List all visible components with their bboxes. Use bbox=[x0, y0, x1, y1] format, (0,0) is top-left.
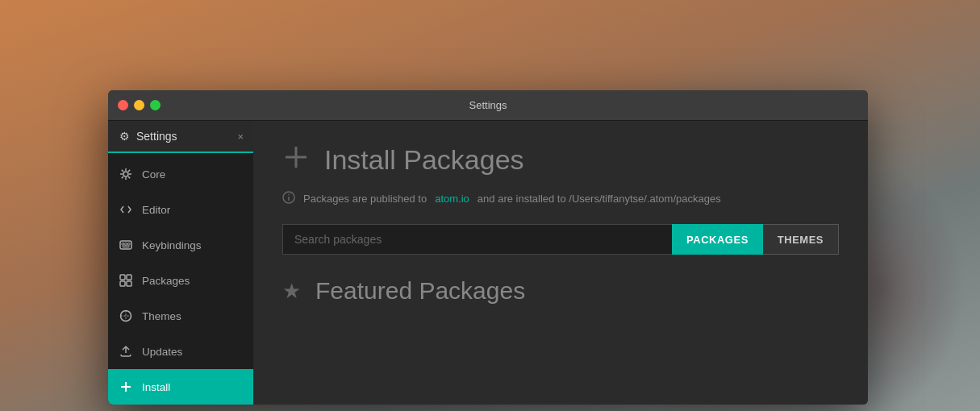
keybindings-icon bbox=[119, 239, 132, 251]
sidebar-item-updates[interactable]: Updates bbox=[108, 334, 253, 369]
svg-rect-17 bbox=[127, 281, 131, 286]
svg-rect-10 bbox=[122, 243, 124, 246]
featured-title: Featured Packages bbox=[315, 277, 525, 305]
featured-title-row: ★ Featured Packages bbox=[282, 277, 839, 305]
svg-line-6 bbox=[128, 176, 130, 178]
core-label: Core bbox=[142, 168, 165, 181]
updates-icon bbox=[119, 345, 132, 358]
sidebar-header-label: Settings bbox=[136, 130, 177, 143]
featured-star-icon: ★ bbox=[282, 279, 301, 304]
svg-line-7 bbox=[128, 170, 130, 172]
info-icon bbox=[282, 191, 295, 206]
minimize-button[interactable] bbox=[134, 100, 144, 110]
editor-label: Editor bbox=[142, 204, 170, 216]
page-title: Install Packages bbox=[324, 144, 524, 176]
sidebar-header: ⚙ Settings × bbox=[108, 121, 253, 153]
svg-rect-11 bbox=[125, 243, 127, 246]
svg-point-25 bbox=[288, 194, 290, 196]
sidebar-item-packages[interactable]: Packages bbox=[108, 263, 253, 298]
close-button[interactable] bbox=[118, 100, 128, 110]
updates-label: Updates bbox=[142, 346, 182, 358]
settings-window: Settings ⚙ Settings × bbox=[108, 90, 868, 405]
info-text-before: Packages are published to bbox=[303, 193, 427, 205]
packages-button[interactable]: PACKAGES bbox=[672, 224, 763, 255]
themes-label: Themes bbox=[142, 310, 181, 322]
svg-line-5 bbox=[122, 170, 123, 172]
window-title: Settings bbox=[469, 99, 507, 111]
titlebar: Settings bbox=[108, 90, 868, 121]
svg-point-0 bbox=[123, 172, 128, 176]
sidebar-item-core[interactable]: Core bbox=[108, 156, 253, 192]
svg-rect-14 bbox=[120, 275, 125, 280]
install-icon bbox=[119, 380, 132, 393]
sidebar-item-install[interactable]: Install bbox=[108, 369, 253, 405]
core-icon bbox=[119, 168, 132, 181]
sidebar-nav: Core Editor bbox=[108, 153, 253, 405]
keybindings-label: Keybindings bbox=[142, 239, 202, 251]
search-row: PACKAGES THEMES bbox=[282, 224, 839, 255]
sidebar: ⚙ Settings × bbox=[108, 121, 253, 405]
themes-icon bbox=[119, 309, 132, 322]
svg-line-8 bbox=[122, 176, 123, 178]
window-body: ⚙ Settings × bbox=[108, 121, 868, 405]
editor-icon bbox=[119, 203, 132, 216]
sidebar-item-themes[interactable]: Themes bbox=[108, 298, 253, 334]
svg-rect-13 bbox=[123, 246, 129, 247]
info-text-after: and are installed to /Users/tiffanytse/.… bbox=[477, 193, 721, 205]
svg-rect-15 bbox=[127, 275, 131, 280]
main-content: Install Packages Packages are published … bbox=[253, 121, 868, 405]
page-title-row: Install Packages bbox=[282, 143, 839, 176]
traffic-lights bbox=[108, 100, 161, 110]
install-label: Install bbox=[142, 381, 170, 393]
settings-icon: ⚙ bbox=[119, 130, 130, 143]
sidebar-item-editor[interactable]: Editor bbox=[108, 192, 253, 227]
sidebar-close-button[interactable]: × bbox=[237, 131, 244, 143]
info-row: Packages are published to atom.io and ar… bbox=[282, 191, 839, 206]
svg-rect-16 bbox=[120, 281, 125, 286]
svg-rect-12 bbox=[128, 243, 131, 246]
search-input[interactable] bbox=[282, 224, 672, 255]
packages-icon bbox=[119, 274, 132, 287]
maximize-button[interactable] bbox=[150, 100, 161, 110]
install-packages-icon bbox=[282, 143, 310, 176]
themes-button[interactable]: THEMES bbox=[763, 224, 839, 255]
atom-io-link[interactable]: atom.io bbox=[435, 193, 469, 205]
packages-label: Packages bbox=[142, 275, 190, 287]
sidebar-item-keybindings[interactable]: Keybindings bbox=[108, 227, 253, 263]
